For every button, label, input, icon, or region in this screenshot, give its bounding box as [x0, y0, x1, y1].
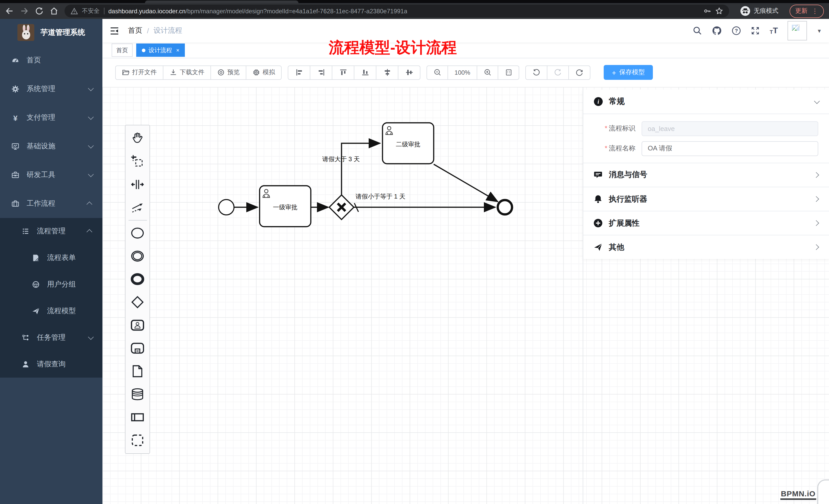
collapse-sidebar-icon[interactable] [110, 27, 119, 35]
tab-label: 首页 [116, 46, 128, 54]
browser-menu-icon[interactable]: ⋮ [812, 8, 818, 14]
button-label: 打开文件 [132, 68, 157, 77]
sidebar-item-workflow[interactable]: 工作流程 [0, 189, 102, 218]
redo-button[interactable] [547, 65, 569, 80]
start-event[interactable] [219, 200, 234, 215]
open-file-button[interactable]: 打开文件 [115, 65, 163, 80]
browser-refresh-icon[interactable] [35, 7, 43, 15]
gear-icon [11, 85, 20, 93]
tab-home[interactable]: 首页 [112, 43, 133, 57]
data-store-icon[interactable] [127, 383, 148, 406]
hand-tool-icon[interactable] [127, 127, 148, 150]
download-file-button[interactable]: 下载文件 [163, 65, 211, 80]
close-icon[interactable]: × [176, 47, 179, 53]
start-event-icon[interactable] [127, 222, 148, 244]
security-warning-icon [71, 7, 78, 14]
save-model-button[interactable]: + 保存模型 [604, 65, 653, 80]
browser-home-icon[interactable] [50, 7, 58, 15]
github-icon[interactable] [712, 26, 722, 36]
sidebar-item-label: 工作流程 [27, 199, 88, 208]
security-label[interactable]: 不安全 [82, 7, 100, 15]
exclusive-gateway[interactable] [329, 195, 354, 220]
section-title: 消息与信号 [609, 170, 814, 180]
sidebar-item-leave-query[interactable]: 请假查询 [0, 351, 102, 378]
info-icon: i [593, 97, 603, 107]
task-label: 二级审批 [396, 141, 421, 148]
group-icon[interactable] [127, 429, 148, 452]
restart-button[interactable] [568, 65, 590, 80]
sidebar-item-process-mgmt[interactable]: 流程管理 [0, 218, 102, 244]
align-bottom-button[interactable] [354, 65, 376, 80]
required-asterisk: * [605, 125, 607, 132]
space-tool-icon[interactable] [127, 173, 148, 196]
bpmn-io-watermark[interactable]: BPMN.iO [780, 489, 816, 500]
flow-task2-to-end[interactable] [434, 164, 498, 202]
sidebar-item-infra[interactable]: 基础设施 [0, 132, 102, 161]
participant-pool-icon[interactable] [127, 406, 148, 429]
section-execution-listener[interactable]: 执行监听器 [583, 187, 829, 211]
history-button-group [525, 65, 590, 80]
app-logo-row[interactable]: 芋道管理系统 [0, 19, 102, 46]
chevron-down-icon[interactable]: ▼ [817, 28, 822, 34]
process-name-input[interactable] [642, 141, 818, 156]
sidebar-item-user-group[interactable]: 用户分组 [0, 271, 102, 298]
end-event-icon[interactable] [127, 268, 148, 290]
preview-button[interactable]: 预览 [211, 65, 246, 80]
browser-back-icon[interactable] [5, 7, 14, 15]
zoom-level[interactable]: 100% [447, 65, 477, 80]
subprocess-icon[interactable] [127, 337, 148, 360]
flow-label-le1[interactable]: 请假小于等于 1 天 [356, 193, 405, 200]
sidebar-item-label: 研发工具 [27, 170, 88, 180]
data-object-icon[interactable] [127, 360, 148, 383]
intermediate-event-icon[interactable] [127, 244, 148, 268]
zoom-reset-button[interactable] [498, 65, 519, 80]
user-task-level2[interactable]: 二级审批 [383, 123, 434, 164]
zoom-in-button[interactable] [477, 65, 498, 80]
bookmark-star-icon[interactable] [715, 7, 723, 15]
screen: 不安全 dashboard.yudao.iocoder.cn/bpm/manag… [0, 0, 829, 504]
user-group-icon [32, 280, 40, 288]
breadcrumb-home[interactable]: 首页 [128, 26, 142, 35]
align-left-button[interactable] [288, 65, 310, 80]
user-task-icon[interactable] [127, 314, 148, 337]
browser-update-button[interactable]: 更新 ⋮ [790, 4, 824, 18]
avatar[interactable] [788, 21, 807, 40]
undo-button[interactable] [525, 65, 547, 80]
user-task-level1[interactable]: 一级审批 [260, 186, 311, 227]
flow-label-gt3[interactable]: 请假大于 3 天 [322, 156, 360, 162]
url-text[interactable]: dashboard.yudao.iocoder.cn/bpm/manager/m… [108, 7, 407, 14]
bpmn-canvas[interactable]: 请假大于 3 天 请假小于等于 1 天 一级审批 [102, 87, 829, 504]
sidebar-item-process-model[interactable]: 流程模型 [0, 298, 102, 324]
gateway-icon[interactable] [127, 290, 148, 314]
align-top-button[interactable] [332, 65, 354, 80]
fullscreen-icon[interactable] [751, 26, 760, 35]
sidebar-item-payment[interactable]: ¥ 支付管理 [0, 103, 102, 132]
help-icon[interactable]: ? [732, 26, 741, 35]
process-key-input[interactable] [642, 121, 818, 136]
section-extended-attrs[interactable]: 扩展属性 [583, 211, 829, 235]
connection-tool-icon[interactable] [127, 196, 148, 219]
sidebar-item-system[interactable]: 系统管理 [0, 75, 102, 103]
section-general[interactable]: i 常规 [583, 89, 829, 114]
align-center-horizontal-button[interactable] [398, 65, 421, 80]
browser-forward-icon[interactable] [20, 7, 29, 15]
search-icon[interactable] [693, 26, 702, 35]
section-message-signal[interactable]: 消息与信号 [583, 163, 829, 187]
address-bar[interactable]: 不安全 dashboard.yudao.iocoder.cn/bpm/manag… [65, 5, 729, 17]
sidebar-item-process-form[interactable]: 流程表单 [0, 244, 102, 271]
sidebar-item-dev-tools[interactable]: 研发工具 [0, 161, 102, 189]
sidebar-item-home[interactable]: 首页 [0, 46, 102, 75]
lasso-tool-icon[interactable] [127, 150, 148, 173]
flow-gateway-to-task2[interactable] [341, 143, 380, 195]
font-size-icon[interactable]: TT [769, 27, 778, 35]
simulate-button[interactable]: 模拟 [246, 65, 282, 80]
section-other[interactable]: 其他 [583, 235, 829, 259]
align-center-vertical-button[interactable] [376, 65, 398, 80]
sidebar-item-task-mgmt[interactable]: 任务管理 [0, 324, 102, 351]
end-event[interactable] [498, 200, 512, 215]
tab-design-process[interactable]: 设计流程 × [136, 43, 185, 57]
password-key-icon[interactable] [704, 7, 711, 15]
align-right-button[interactable] [310, 65, 332, 80]
browser-active-tab[interactable] [145, 1, 298, 3]
zoom-out-button[interactable] [427, 65, 448, 80]
